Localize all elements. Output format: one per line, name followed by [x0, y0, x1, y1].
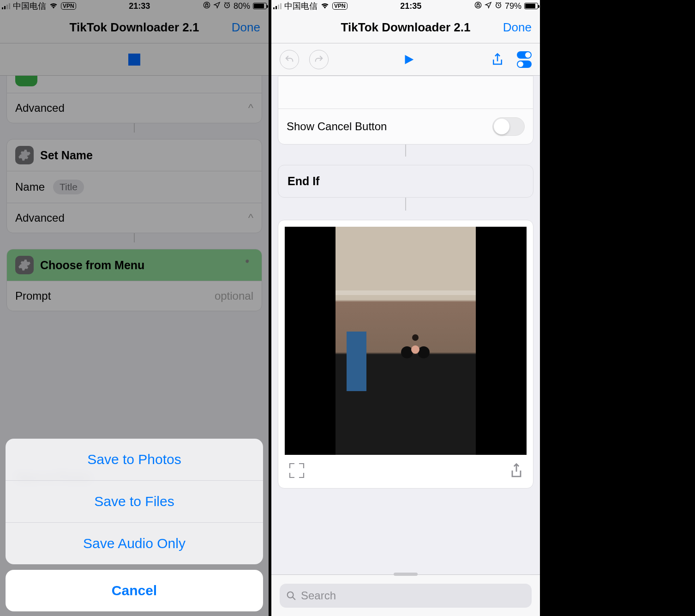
grabber-handle[interactable] — [394, 573, 418, 576]
result-preview-card[interactable] — [278, 220, 533, 489]
action-sheet: Save to Photos Save to Files Save Audio … — [6, 439, 263, 611]
wifi-icon — [320, 1, 330, 11]
lock-icon — [474, 1, 482, 11]
show-cancel-toggle[interactable] — [492, 117, 525, 136]
page-title: TikTok Downloader 2.1 — [271, 20, 540, 35]
redo-button[interactable] — [309, 50, 329, 69]
video-thumbnail — [336, 227, 476, 455]
location-icon — [485, 1, 492, 11]
show-cancel-row[interactable]: Show Cancel Button — [278, 109, 533, 144]
run-button[interactable] — [399, 50, 418, 69]
row-label: Show Cancel Button — [287, 120, 387, 133]
vpn-badge: VPN — [332, 2, 348, 10]
carrier-label: 中国电信 — [284, 0, 318, 12]
screenshot-left: 中国电信 VPN 21:33 80% TikTok Downloader 2.1… — [0, 0, 269, 616]
search-input[interactable]: Search — [280, 584, 532, 608]
action-sheet-item-save-photos[interactable]: Save to Photos — [6, 439, 263, 480]
expand-icon[interactable] — [288, 461, 306, 482]
signal-icon — [273, 3, 282, 9]
share-result-button[interactable] — [509, 462, 524, 481]
action-sheet-item-save-audio[interactable]: Save Audio Only — [6, 522, 263, 564]
battery-icon — [524, 3, 538, 9]
editor-content[interactable]: Show Cancel Button End If — [271, 76, 540, 616]
battery-pct: 79% — [505, 1, 521, 11]
action-sheet-cancel[interactable]: Cancel — [6, 570, 263, 611]
done-button[interactable]: Done — [503, 20, 532, 35]
action-sheet-item-save-files[interactable]: Save to Files — [6, 480, 263, 522]
settings-button[interactable] — [517, 51, 532, 68]
video-preview[interactable] — [285, 227, 527, 455]
undo-button[interactable] — [280, 50, 299, 69]
search-placeholder: Search — [301, 589, 336, 602]
search-icon — [286, 591, 296, 601]
status-bar: 中国电信 VPN 21:35 79% — [271, 0, 540, 12]
screenshot-right: 中国电信 VPN 21:35 79% TikTok Downloader 2.1… — [271, 0, 540, 616]
end-if-block[interactable]: End If — [278, 165, 533, 198]
alarm-icon — [495, 1, 502, 11]
share-button[interactable] — [488, 50, 507, 69]
toolbar — [271, 43, 540, 76]
status-time: 21:35 — [400, 1, 421, 11]
bottom-toolbar: Search — [271, 574, 540, 616]
